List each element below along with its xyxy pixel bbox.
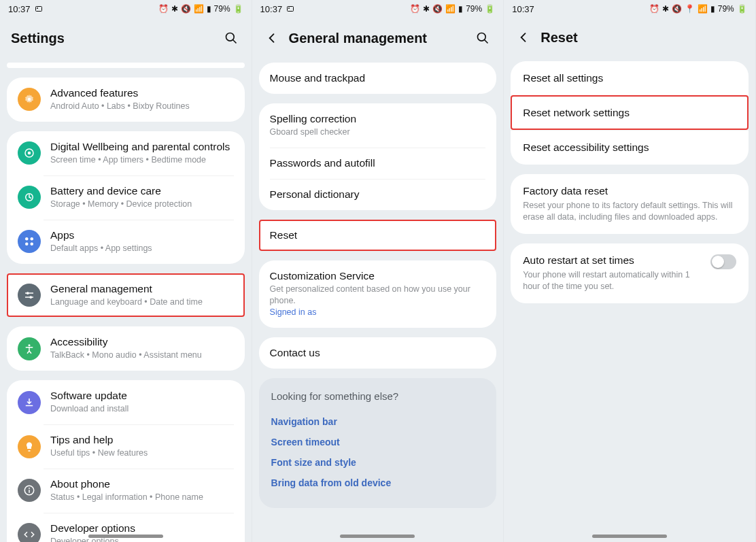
home-indicator[interactable] — [88, 535, 163, 538]
row-accessibility[interactable]: Accessibility TalkBack • Mono audio • As… — [7, 326, 245, 371]
row-sub: TalkBack • Mono audio • Assistant menu — [50, 350, 234, 361]
card-other: Software update Download and install Tip… — [7, 380, 245, 542]
search-button[interactable] — [222, 29, 241, 48]
row-label: Customization Service — [270, 270, 486, 282]
row-advanced-features[interactable]: Advanced features Android Auto • Labs • … — [7, 78, 245, 122]
bluetooth-icon: ✱ — [423, 4, 430, 14]
row-sub: Gboard spell checker — [270, 126, 486, 138]
svg-point-23 — [478, 33, 486, 41]
row-label: General management — [50, 283, 234, 295]
row-reset-all[interactable]: Reset all settings — [511, 61, 749, 95]
card-care: Digital Wellbeing and parental controls … — [7, 131, 245, 264]
row-about-phone[interactable]: About phone Status • Legal information •… — [7, 469, 245, 513]
chevron-left-icon — [265, 31, 279, 45]
row-tips-help[interactable]: Tips and help Useful tips • New features — [7, 424, 245, 469]
row-label: Advanced features — [50, 87, 234, 99]
screenshot-icon — [35, 5, 43, 13]
status-time: 10:37 — [8, 4, 31, 14]
link-bring-data[interactable]: Bring data from old device — [271, 473, 485, 493]
accessibility-icon — [18, 337, 41, 360]
row-reset-network[interactable]: Reset network settings — [511, 95, 749, 130]
row-reset-accessibility[interactable]: Reset accessibility settings — [511, 130, 749, 165]
row-apps[interactable]: Apps Default apps • App settings — [7, 220, 245, 264]
bluetooth-icon: ✱ — [171, 4, 178, 14]
header: Settings — [0, 18, 252, 63]
row-digital-wellbeing[interactable]: Digital Wellbeing and parental controls … — [7, 131, 245, 175]
battery-icon: 🔋 — [737, 4, 747, 14]
row-auto-restart[interactable]: Auto restart at set times Your phone wil… — [511, 243, 749, 303]
row-label: Auto restart at set times — [523, 254, 695, 267]
status-bar: 10:37 ⏰ ✱ 🔇 📶 ▮ 79% 🔋 — [0, 0, 252, 18]
row-label: Spelling correction — [270, 113, 486, 125]
row-passwords[interactable]: Passwords and autofill — [259, 148, 497, 179]
row-label: Passwords and autofill — [270, 157, 486, 169]
card-text-input: Spelling correction Gboard spell checker… — [259, 103, 497, 210]
home-indicator[interactable] — [592, 535, 667, 538]
wifi-icon: 📶 — [698, 4, 708, 14]
row-general-management[interactable]: General management Language and keyboard… — [7, 273, 245, 318]
search-icon — [476, 31, 489, 45]
status-time: 10:37 — [512, 4, 534, 14]
page-title: Settings — [11, 31, 65, 46]
looking-for-card: Looking for something else? Navigation b… — [259, 378, 497, 508]
card-reset: Reset — [259, 220, 497, 251]
link-navigation-bar[interactable]: Navigation bar — [271, 411, 485, 432]
home-indicator[interactable] — [340, 535, 415, 538]
card-mouse: Mouse and trackpad — [259, 63, 497, 94]
row-contact-us[interactable]: Contact us — [259, 337, 497, 369]
row-label: Reset network settings — [523, 107, 736, 119]
back-button[interactable] — [263, 29, 281, 47]
svg-point-14 — [27, 292, 29, 294]
svg-point-9 — [31, 237, 34, 241]
row-sub: Reset your phone to its factory default … — [523, 200, 736, 223]
signal-icon: ▮ — [710, 4, 715, 14]
auto-restart-toggle[interactable] — [710, 254, 736, 269]
screen-general-management: 10:37 ⏰ ✱ 🔇 📶 ▮ 79% 🔋 General management… — [252, 0, 504, 542]
code-icon — [18, 523, 41, 542]
row-sub: Storage • Memory • Device protection — [50, 199, 234, 210]
info-card-title: Looking for something else? — [271, 390, 485, 402]
card-factory-reset: Factory data reset Reset your phone to i… — [511, 174, 749, 234]
row-software-update[interactable]: Software update Download and install — [7, 380, 245, 424]
link-font-size-style[interactable]: Font size and style — [271, 452, 485, 473]
signal-icon: ▮ — [207, 4, 211, 14]
status-time: 10:37 — [260, 4, 283, 14]
alarm-icon: ⏰ — [649, 4, 659, 14]
row-label: Digital Wellbeing and parental controls — [50, 141, 234, 153]
search-button[interactable] — [473, 29, 492, 48]
row-reset[interactable]: Reset — [259, 220, 497, 251]
card-reset-options: Reset all settings Reset network setting… — [511, 61, 749, 165]
alarm-icon: ⏰ — [158, 4, 169, 14]
mute-icon: 🔇 — [432, 4, 443, 14]
svg-point-22 — [288, 7, 290, 9]
card-accessibility: Accessibility TalkBack • Mono audio • As… — [7, 326, 245, 371]
link-screen-timeout[interactable]: Screen timeout — [271, 432, 485, 452]
mute-icon: 🔇 — [672, 4, 682, 14]
svg-point-6 — [28, 152, 31, 155]
row-sub: Your phone will restart automatically wi… — [523, 269, 695, 292]
row-battery-care[interactable]: Battery and device care Storage • Memory… — [7, 175, 245, 220]
back-button[interactable] — [515, 29, 532, 46]
svg-point-1 — [37, 7, 38, 9]
settings-list: Advanced features Android Auto • Labs • … — [0, 63, 252, 542]
row-label: Apps — [50, 229, 234, 241]
screenshot-icon — [286, 5, 294, 13]
row-sub: Screen time • App timers • Bedtime mode — [50, 154, 234, 166]
signal-icon: ▮ — [458, 4, 463, 14]
status-bar: 10:37 ⏰ ✱ 🔇 📍 📶 ▮ 79% 🔋 — [504, 0, 755, 18]
apps-icon — [18, 230, 41, 253]
row-sub: Status • Legal information • Phone name — [50, 492, 234, 503]
row-sub: Android Auto • Labs • Bixby Routines — [50, 101, 234, 112]
page-title: Reset — [540, 30, 577, 46]
row-personal-dictionary[interactable]: Personal dictionary — [259, 179, 497, 210]
gear-icon — [18, 88, 41, 111]
card-customization: Customization Service Get personalized c… — [259, 260, 497, 328]
row-mouse-trackpad[interactable]: Mouse and trackpad — [259, 63, 497, 94]
row-spelling[interactable]: Spelling correction Gboard spell checker — [259, 103, 497, 148]
row-customization-service[interactable]: Customization Service Get personalized c… — [259, 260, 497, 328]
row-label: Battery and device care — [50, 185, 234, 197]
signed-in-link[interactable]: Signed in as — [270, 307, 317, 317]
battery-text: 79% — [466, 4, 482, 14]
status-bar: 10:37 ⏰ ✱ 🔇 📶 ▮ 79% 🔋 — [252, 0, 504, 18]
row-factory-reset[interactable]: Factory data reset Reset your phone to i… — [511, 174, 749, 234]
